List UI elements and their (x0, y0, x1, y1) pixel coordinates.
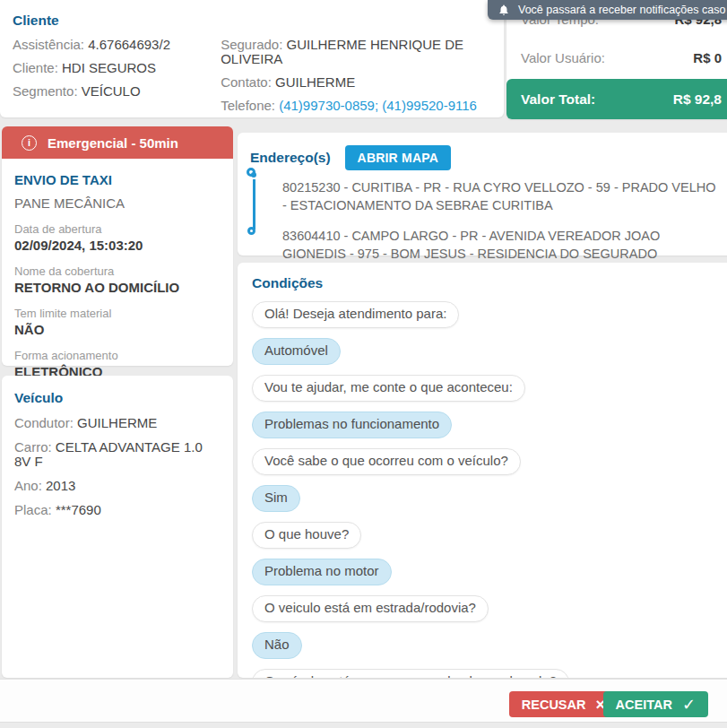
value-total-label: Valor Total: (521, 91, 595, 108)
chat-answer: Problema no motor (252, 559, 392, 585)
chat-question: Você sabe o que ocorreu com o veículo? (252, 448, 521, 475)
chat-question: O que houve? (252, 522, 361, 549)
priority-label: Emergencial - 50min (48, 135, 178, 151)
vehicle-card-title: Veículo (14, 390, 221, 406)
decline-button[interactable]: RECUSAR × (509, 691, 618, 717)
client-card-title: Cliente (13, 13, 504, 29)
year-field: Ano: 2013 (14, 479, 221, 493)
value-total-amount: R$ 92,8 (673, 91, 722, 108)
bell-icon (498, 4, 510, 16)
open-map-button[interactable]: ABRIR MAPA (345, 145, 451, 170)
value-user-amount: R$ 0 (693, 50, 722, 65)
material-limit-field: Tem limite material NÃO (14, 307, 221, 337)
car-field: Carro: CELTA ADVANTAGE 1.0 8V F (14, 440, 221, 469)
client-name-field: Cliente: HDI SEGUROS (13, 61, 221, 75)
chat-answer: Automóvel (252, 338, 341, 365)
activation-type-field: Forma acionamento ELETRÔNICO (14, 349, 221, 379)
phone-link[interactable]: (41)99730-0859; (41)99520-9116 (279, 98, 477, 113)
destination-address: 83604410 - CAMPO LARGO - PR - AVENIDA VE… (282, 227, 723, 264)
addresses-card: Endereço(s) ABRIR MAPA 80215230 - CURITI… (238, 133, 727, 256)
conditions-card: Condições Olá! Deseja atendimento para: … (238, 263, 727, 678)
accept-button[interactable]: ACEITAR ✓ (603, 691, 708, 717)
assistance-number-field: Assistência: 4.67664693/2 (13, 38, 221, 52)
contact-field: Contato: GUILHERME (221, 75, 504, 90)
client-card: Cliente Assistência: 4.67664693/2 Client… (0, 0, 504, 117)
addresses-title: Endereço(s) (250, 150, 331, 166)
insured-field: Segurado: GUILHERME HENRIQUE DE OLIVEIRA (221, 38, 504, 66)
service-card: ENVIO DE TAXI PANE MECÂNICA Data de aber… (2, 159, 233, 366)
chat-question: Olá! Deseja atendimento para: (252, 301, 459, 328)
notification-toast: Você passará a receber notificações caso… (488, 0, 727, 20)
service-type: ENVIO DE TAXI (14, 172, 221, 187)
notification-text: Você passará a receber notificações caso… (518, 4, 727, 16)
segment-field: Segmento: VEÍCULO (13, 84, 221, 99)
driver-field: Condutor: GUILHERME (14, 416, 221, 430)
service-subtype: PANE MECÂNICA (14, 195, 221, 211)
value-user-row: Valor Usuário: R$ 0 (521, 50, 722, 65)
coverage-name-field: Nome da cobertura RETORNO AO DOMICÍLIO (14, 264, 221, 295)
route-line (253, 179, 255, 230)
phone-field: Telefone: (41)99730-0859; (41)99520-9116 (221, 99, 504, 113)
info-icon (22, 135, 37, 151)
check-icon: ✓ (682, 697, 696, 713)
vehicle-card: Veículo Condutor: GUILHERME Carro: CELTA… (2, 376, 233, 678)
value-total-bar: Valor Total: R$ 92,8 (506, 79, 727, 119)
chat-question: O veículo está em garagem subsolo ou ele… (252, 669, 569, 678)
chat-question: Vou te ajudar, me conte o que aconteceu: (252, 375, 525, 402)
origin-marker-icon (247, 168, 255, 177)
footer-action-bar: RECUSAR × ACEITAR ✓ (0, 679, 727, 723)
conditions-title: Condições (252, 275, 727, 291)
origin-address: 80215230 - CURITIBA - PR - RUA CYRO VELL… (282, 178, 723, 215)
chat-answer: Problemas no funcionamento (252, 412, 452, 438)
chat-question: O veiculo está em estrada/rodovia? (252, 595, 489, 622)
destination-marker-icon (247, 227, 255, 235)
chat-answer: Não (252, 632, 302, 659)
plate-field: Placa: ***7690 (14, 503, 221, 517)
open-date-field: Data de abertura 02/09/2024, 15:03:20 (14, 222, 221, 253)
service-priority-header: Emergencial - 50min (2, 126, 233, 159)
chat-answer: Sim (252, 485, 300, 512)
